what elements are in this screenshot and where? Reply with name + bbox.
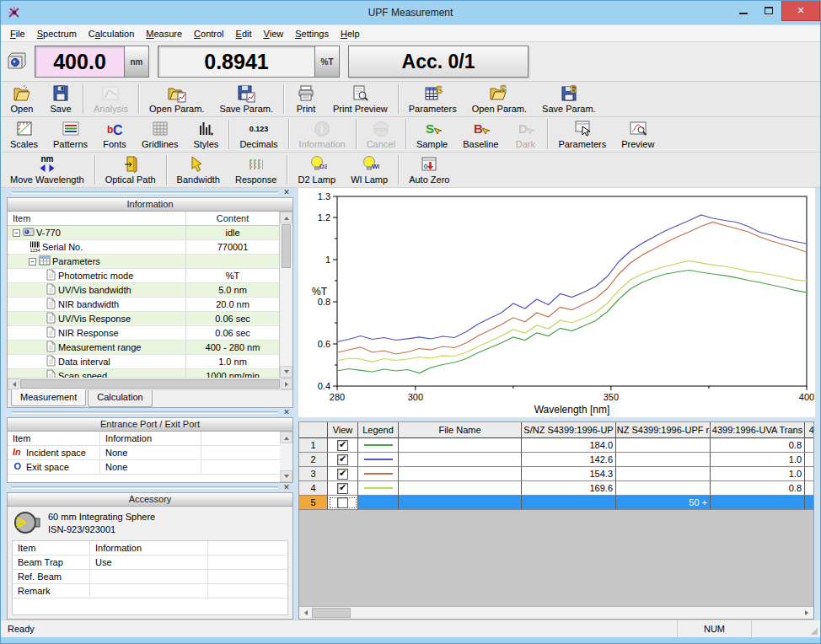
ports-vscrollbar[interactable]	[280, 432, 292, 482]
results-col-header[interactable]: S/NZ S4399:1996-UP	[522, 422, 616, 438]
accessory-row[interactable]: Ref. Beam	[13, 570, 287, 584]
view-checkbox[interactable]	[328, 453, 358, 467]
auto-zero-button[interactable]: 0Auto Zero	[401, 153, 457, 187]
tree-row[interactable]: NIR Response0.06 sec	[8, 326, 279, 341]
tab-measurement[interactable]: Measurement	[11, 389, 86, 406]
preview-button[interactable]: Preview	[614, 117, 662, 152]
menu-file[interactable]: File	[4, 27, 31, 40]
bandwidth-button[interactable]: Bandwidth	[169, 153, 228, 187]
information-vscrollbar[interactable]	[280, 212, 292, 378]
checkbox-checked-icon[interactable]	[337, 469, 348, 480]
accessory-row[interactable]: Remark	[13, 584, 287, 598]
accessory-row[interactable]: Beam TrapUse	[13, 555, 287, 570]
tree-row[interactable]: 1234Serial No.770001	[8, 240, 279, 255]
patterns-button[interactable]: Patterns	[46, 117, 95, 152]
decimals-button[interactable]: 0.123Decimals	[232, 117, 285, 152]
scales-button[interactable]: Scales	[3, 117, 46, 152]
gridlines-button[interactable]: Gridlines	[134, 117, 185, 152]
menu-view[interactable]: View	[258, 27, 290, 40]
panel-close-icon[interactable]: ✕	[282, 483, 292, 492]
maximize-button[interactable]	[756, 1, 781, 19]
panel-close-icon[interactable]: ✕	[282, 408, 292, 417]
checkbox-unchecked-icon[interactable]	[337, 497, 348, 508]
tree-expander-icon[interactable]: −	[29, 258, 36, 266]
save-button[interactable]: Save	[41, 82, 80, 116]
optical-path-button[interactable]: Optical Path	[98, 153, 164, 187]
scroll-thumb[interactable]	[282, 224, 291, 268]
save-param--button[interactable]: Save Param.	[212, 82, 281, 116]
print-button[interactable]: Print	[287, 82, 325, 116]
information-hscrollbar[interactable]	[8, 378, 292, 389]
panel-close-icon[interactable]: ✕	[282, 188, 292, 197]
tree-expander-icon[interactable]: −	[13, 229, 20, 237]
scroll-left-icon[interactable]	[8, 378, 19, 389]
results-col-header[interactable]: View	[328, 422, 358, 438]
open-param--button[interactable]: SOpen Param.	[464, 82, 534, 116]
menu-edit[interactable]: Edit	[230, 27, 258, 40]
menu-spectrum[interactable]: Spectrum	[31, 27, 83, 40]
move-wavelength-button[interactable]: nmMove Wavelength	[3, 153, 92, 187]
splitter-grip[interactable]	[12, 191, 278, 194]
styles-button[interactable]: Styles	[185, 117, 226, 152]
view-checkbox[interactable]	[328, 481, 358, 496]
scroll-right-icon[interactable]	[801, 607, 813, 619]
results-row[interactable]: 3154.31.0	[299, 467, 813, 481]
tab-calculation[interactable]: Calculation	[88, 390, 152, 407]
fonts-button[interactable]: bCFonts	[95, 117, 134, 152]
photometric-unit-button[interactable]: %T	[314, 46, 340, 78]
tree-row[interactable]: UV/Vis Response0.06 sec	[8, 312, 279, 326]
scroll-right-icon[interactable]	[281, 378, 292, 389]
menu-settings[interactable]: Settings	[289, 27, 335, 40]
menu-help[interactable]: Help	[335, 27, 366, 40]
tree-row[interactable]: Scan speed1000 nm/min	[8, 369, 279, 378]
print-preview-button[interactable]: Print Preview	[325, 82, 395, 116]
results-row[interactable]: 1184.00.8	[299, 438, 813, 453]
results-row[interactable]: 4169.60.8	[299, 481, 813, 496]
tree-row[interactable]: NIR bandwidth20.0 nm	[8, 298, 279, 312]
open-button[interactable]: Open	[3, 82, 41, 116]
view-checkbox[interactable]	[328, 496, 358, 510]
splitter-grip[interactable]	[12, 411, 278, 414]
parameters-button[interactable]: SParameters	[401, 82, 464, 116]
ports-row[interactable]: OExit spaceNone	[8, 460, 280, 475]
scroll-thumb[interactable]	[20, 379, 280, 389]
accessory-panel-splitter[interactable]: ✕	[7, 483, 293, 492]
tree-row[interactable]: −Parameters	[8, 255, 279, 269]
scroll-down-icon[interactable]	[280, 470, 292, 482]
save-param--button[interactable]: SSave Param.	[534, 82, 604, 116]
checkbox-checked-icon[interactable]	[337, 454, 348, 465]
scroll-up-icon[interactable]	[280, 432, 292, 443]
results-col-header[interactable]: 4399:1	[805, 422, 813, 438]
ports-row[interactable]: InIncident spaceNone	[8, 446, 280, 460]
results-col-header[interactable]: File Name	[399, 422, 522, 438]
tree-row[interactable]: Data interval1.0 nm	[8, 355, 279, 369]
d2-lamp-button[interactable]: D2D2 Lamp	[290, 153, 343, 187]
results-col-header[interactable]	[299, 422, 328, 438]
checkbox-checked-icon[interactable]	[337, 483, 348, 494]
tree-row[interactable]: −V-770idle	[8, 226, 279, 240]
menu-measure[interactable]: Measure	[140, 27, 188, 40]
wavelength-unit-button[interactable]: nm	[124, 46, 149, 78]
splitter-grip[interactable]	[12, 486, 278, 489]
parameters-button[interactable]: Parameters	[550, 117, 614, 152]
info-panel-splitter[interactable]: ✕	[7, 188, 293, 197]
response-button[interactable]: Response	[228, 153, 285, 187]
checkbox-checked-icon[interactable]	[337, 440, 348, 451]
menu-calculation[interactable]: Calculation	[83, 27, 140, 40]
tree-row[interactable]: UV/Vis bandwidth5.0 nm	[8, 283, 279, 298]
wi-lamp-button[interactable]: WIWI Lamp	[343, 153, 395, 187]
results-row[interactable]: 550 +	[299, 496, 813, 510]
scroll-thumb[interactable]	[312, 608, 351, 618]
open-param--button[interactable]: Open Param.	[142, 82, 212, 116]
menu-control[interactable]: Control	[188, 27, 229, 40]
results-row[interactable]: 2142.61.0	[299, 453, 813, 467]
view-checkbox[interactable]	[328, 467, 358, 481]
tree-row[interactable]: Measurement range400 - 280 nm	[8, 341, 279, 355]
sample-button[interactable]: SSample	[409, 117, 455, 152]
minimize-button[interactable]	[731, 1, 756, 19]
results-col-header[interactable]: NZ S4399:1996-UPF r	[616, 422, 711, 438]
resize-grip[interactable]	[807, 620, 820, 637]
results-hscrollbar[interactable]	[299, 606, 813, 619]
ports-panel-splitter[interactable]: ✕	[7, 408, 293, 417]
scroll-left-icon[interactable]	[299, 607, 312, 619]
